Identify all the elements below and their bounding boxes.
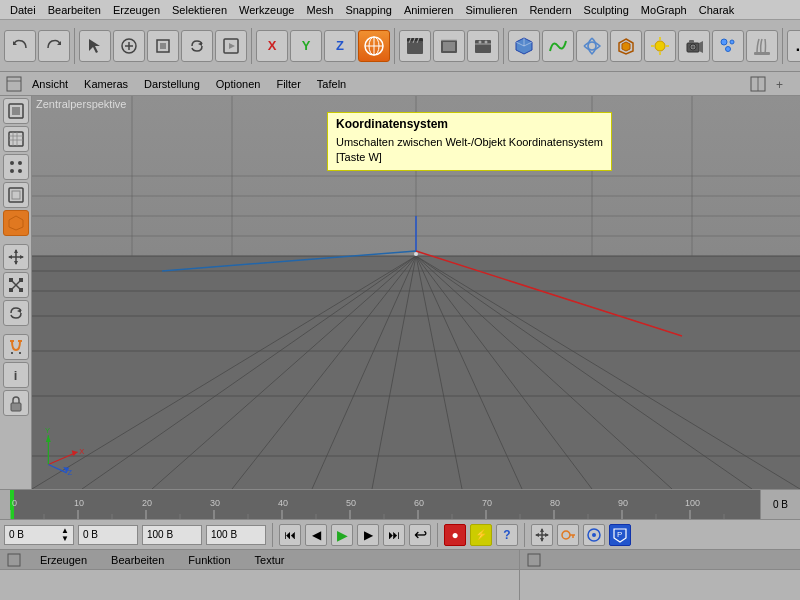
- svg-rect-42: [689, 40, 694, 43]
- rotate-tool-btn[interactable]: [3, 300, 29, 326]
- menu-charak[interactable]: Charak: [693, 3, 740, 17]
- svg-text:P: P: [617, 530, 622, 539]
- darstellung-menu[interactable]: Darstellung: [136, 76, 208, 92]
- svg-text:80: 80: [550, 498, 560, 508]
- cube-button[interactable]: [508, 30, 540, 62]
- next-frame-btn[interactable]: ▶: [357, 524, 379, 546]
- light-button[interactable]: [644, 30, 676, 62]
- optionen-menu[interactable]: Optionen: [208, 76, 269, 92]
- panel-split-icon[interactable]: +: [772, 74, 792, 94]
- menu-datei[interactable]: Datei: [4, 3, 42, 17]
- svg-rect-64: [12, 191, 20, 199]
- move-key-btn[interactable]: [531, 524, 553, 546]
- menu-rendern[interactable]: Rendern: [523, 3, 577, 17]
- end-frame-field[interactable]: 100 B: [142, 525, 202, 545]
- menu-mograph[interactable]: MoGraph: [635, 3, 693, 17]
- tab-funktion[interactable]: Funktion: [180, 552, 238, 568]
- prev-frame-btn[interactable]: ◀: [305, 524, 327, 546]
- select-tool-button[interactable]: [79, 30, 111, 62]
- menu-sculpting[interactable]: Sculpting: [578, 3, 635, 17]
- particles-button[interactable]: [712, 30, 744, 62]
- hair-button[interactable]: [746, 30, 778, 62]
- svg-rect-47: [7, 77, 21, 91]
- model-mode-btn[interactable]: [3, 98, 29, 124]
- camera-button[interactable]: [678, 30, 710, 62]
- current-frame-field[interactable]: 0 B ▲ ▼: [4, 525, 74, 545]
- svg-rect-74: [19, 278, 23, 282]
- loop-btn[interactable]: ↩: [409, 524, 431, 546]
- edge-mode-btn[interactable]: [3, 182, 29, 208]
- render-button[interactable]: [215, 30, 247, 62]
- viewport[interactable]: Zentralperspektive: [32, 96, 800, 489]
- last-frame-btn[interactable]: ⏭: [383, 524, 405, 546]
- panel-expand-icon[interactable]: [748, 74, 768, 94]
- scene-button[interactable]: [433, 30, 465, 62]
- point-mode-btn[interactable]: [3, 154, 29, 180]
- auto-key-btn[interactable]: ⚡: [470, 524, 492, 546]
- scale-tool-btn[interactable]: [3, 272, 29, 298]
- tab-textur[interactable]: Textur: [247, 552, 293, 568]
- svg-marker-71: [20, 255, 24, 259]
- coord-system-button[interactable]: [358, 30, 390, 62]
- ansicht-menu[interactable]: Ansicht: [24, 76, 76, 92]
- spline-button[interactable]: [542, 30, 574, 62]
- axis-z-button[interactable]: Z: [324, 30, 356, 62]
- timeline-ruler[interactable]: 0 10 20 30 40 50 60 70 80: [10, 490, 760, 519]
- svg-rect-53: [12, 107, 20, 115]
- menu-animieren[interactable]: Animieren: [398, 3, 460, 17]
- svg-rect-22: [443, 42, 455, 51]
- menu-erzeugen[interactable]: Erzeugen: [107, 3, 166, 17]
- deformer-button[interactable]: [610, 30, 642, 62]
- start-frame-field[interactable]: 0 B: [78, 525, 138, 545]
- magnet-btn[interactable]: [3, 334, 29, 360]
- menu-selektieren[interactable]: Selektieren: [166, 3, 233, 17]
- svg-point-62: [18, 169, 22, 173]
- axis-indicator: X Y Z: [40, 427, 90, 477]
- timeline-btn[interactable]: [467, 30, 499, 62]
- svg-point-172: [592, 533, 596, 537]
- key-btn[interactable]: [557, 524, 579, 546]
- help-btn[interactable]: ?: [496, 524, 518, 546]
- info-btn[interactable]: i: [3, 362, 29, 388]
- record-btn[interactable]: ●: [444, 524, 466, 546]
- undo-button[interactable]: [4, 30, 36, 62]
- tab-erzeugen[interactable]: Erzeugen: [32, 552, 95, 568]
- svg-marker-166: [535, 533, 539, 537]
- svg-text:0: 0: [12, 498, 17, 508]
- filter-menu[interactable]: Filter: [268, 76, 308, 92]
- lock-btn[interactable]: [3, 390, 29, 416]
- bottom-right-panel: [520, 550, 800, 600]
- move-tool-btn[interactable]: [3, 244, 29, 270]
- menu-bearbeiten[interactable]: Bearbeiten: [42, 3, 107, 17]
- menu-werkzeuge[interactable]: Werkzeuge: [233, 3, 300, 17]
- animation-btn[interactable]: [583, 524, 605, 546]
- add-button[interactable]: [113, 30, 145, 62]
- tafeln-menu[interactable]: Tafeln: [309, 76, 354, 92]
- refresh-button[interactable]: [181, 30, 213, 62]
- bottom-left-header: Erzeugen Bearbeiten Funktion Textur: [0, 550, 519, 570]
- svg-rect-83: [11, 403, 21, 411]
- redo-button[interactable]: [38, 30, 70, 62]
- texture-mode-btn[interactable]: [3, 126, 29, 152]
- svg-point-44: [730, 40, 734, 44]
- menu-snapping[interactable]: Snapping: [339, 3, 398, 17]
- tab-bearbeiten[interactable]: Bearbeiten: [103, 552, 172, 568]
- svg-marker-119: [72, 450, 78, 456]
- first-frame-btn[interactable]: ⏮: [279, 524, 301, 546]
- menu-simulieren[interactable]: Simulieren: [459, 3, 523, 17]
- bottom-panel: Erzeugen Bearbeiten Funktion Textur: [0, 549, 800, 600]
- more-button[interactable]: …: [787, 30, 800, 62]
- clapperboard-button[interactable]: [399, 30, 431, 62]
- object-button[interactable]: [147, 30, 179, 62]
- axis-y-button[interactable]: Y: [290, 30, 322, 62]
- svg-text:10: 10: [74, 498, 84, 508]
- play-btn[interactable]: ▶: [331, 524, 353, 546]
- menu-mesh[interactable]: Mesh: [300, 3, 339, 17]
- fps-field[interactable]: 100 B: [206, 525, 266, 545]
- poly-mode-btn[interactable]: [3, 210, 29, 236]
- svg-text:30: 30: [210, 498, 220, 508]
- axis-x-button[interactable]: X: [256, 30, 288, 62]
- render-options-btn[interactable]: P: [609, 524, 631, 546]
- nurbs-button[interactable]: [576, 30, 608, 62]
- kameras-menu[interactable]: Kameras: [76, 76, 136, 92]
